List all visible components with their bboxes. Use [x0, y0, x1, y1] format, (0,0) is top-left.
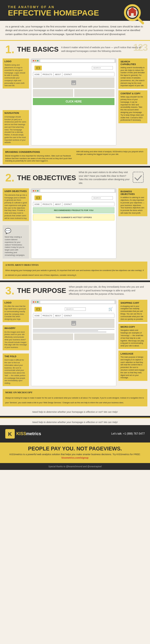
browser-mockup-1: ☀ SEARCH HOME PRODUCTS ABOUT CONTACT — [31, 58, 116, 145]
site-search-mock-3: SEARCH — [65, 307, 86, 311]
search-label: SEARCH — [93, 67, 101, 69]
s3-logo-label-box: LOGO It's often the case that the logo i… — [3, 300, 29, 322]
section3: 3. THE PURPOSE When people visit your si… — [0, 282, 150, 416]
imagery-label-box: IMAGERY Do the images and stock photos u… — [3, 325, 29, 350]
section2-desc: What do you want visitors to do when the… — [76, 171, 132, 185]
browser-content-2: ☀ SEARCH HOME PRODUCTS ABOUT CONTACT REC… — [31, 193, 116, 223]
browser-mockup-2: ☀ SEARCH HOME PRODUCTS ABOUT CONTACT REC… — [31, 188, 116, 259]
fold-title: THE FOLD — [4, 355, 27, 358]
content-box-text: While copy shouldn't be the primary focu… — [121, 96, 144, 121]
nav-contact: CONTACT — [62, 73, 73, 76]
browser-dot-green — [37, 60, 38, 61]
browser-dot3-red — [33, 301, 34, 303]
site-logo-mock-3: ☀ — [34, 307, 42, 312]
header-line2: EFFECTIVE HOMEPAGE — [8, 9, 142, 17]
business-obj-title: BUSINESS OBJECTIVES — [121, 190, 145, 195]
browser-bar-1 — [31, 59, 116, 63]
svg-text:K: K — [8, 431, 12, 437]
microcopy-more-box: MORE ON MICROCOPY Always be looking for … — [3, 389, 147, 406]
site-nav-mock-3: HOME PRODUCTS ABOUT CONTACT — [33, 314, 114, 318]
cart-icon: 🛒 — [108, 307, 113, 311]
cta-button[interactable]: CLICK HERE — [33, 98, 114, 105]
section1-right-labels: SEARCH CAPABILITIES Adding search functi… — [118, 58, 147, 145]
browser-dot-yellow — [35, 60, 36, 61]
kiss-logo: K KISSmetrics — [5, 429, 41, 439]
browser-url-bar-2 — [40, 189, 114, 192]
nav2-home: HOME — [33, 203, 41, 206]
numbers-deco: 123 — [133, 42, 147, 53]
need-help-box: 💬 Need help creating a custom-tailored e… — [3, 225, 29, 258]
recommended-block: RECOMMENDED PRODUCTS FOR YOU — [33, 207, 114, 213]
section1-number: 1. — [5, 44, 14, 55]
section1-desc: It doesn't matter what kind of website y… — [59, 46, 145, 53]
footer-thanks: Special thanks to @keanrichmond and @one… — [0, 463, 150, 470]
section1-content: LOGO Tasteful sizing and placement of a … — [0, 57, 150, 147]
mock-col-right — [74, 89, 114, 97]
site-logo-mock-2: ☀ — [34, 195, 42, 200]
nav2-contact: CONTACT — [62, 203, 73, 206]
text-line-2 — [33, 330, 98, 331]
need-help-s3-text: Need help to determine whether your home… — [32, 411, 118, 413]
nav-home: HOME — [33, 73, 41, 76]
navigation-label-title: NAVIGATION — [4, 112, 27, 115]
footer-cta-link[interactable]: kissmetrics.com/signup — [62, 456, 89, 459]
section3-number: 3. — [5, 285, 14, 296]
svg-text:☀: ☀ — [37, 197, 39, 199]
fold-label-box: THE FOLD Don't make it difficult for the… — [3, 353, 29, 386]
s3-image-block — [33, 319, 114, 328]
note-box-text: When designing your homepage (and your w… — [5, 269, 144, 276]
site-header-mock-1: ☀ SEARCH — [33, 65, 114, 72]
browser-content-1: ☀ SEARCH HOME PRODUCTS ABOUT CONTACT — [31, 63, 116, 108]
section3-desc: When people visit your site, do they imm… — [66, 285, 145, 296]
browser-url-bar-3 — [40, 301, 114, 303]
section2-title: THE OBJECTIVES — [17, 174, 76, 182]
branding-left-text: Brand recognition is less important for … — [5, 155, 72, 162]
fold-text: Don't make it difficult for the user to … — [4, 359, 25, 384]
footer-cta-main: KISSmetrics is a powerful web analytics … — [9, 453, 141, 456]
site-logo-mock: ☀ — [34, 66, 42, 70]
language-box: LANGUAGE The main purpose of design and … — [118, 351, 147, 381]
site-search-mock-2: SEARCH — [92, 196, 113, 200]
header: THE ANATOMY OF AN EFFECTIVE HOMEPAGE — [0, 0, 150, 21]
section1-left-labels: LOGO Tasteful sizing and placement of a … — [3, 58, 29, 145]
footer-thanks-text: Special thanks to @keanrichmond and @one… — [48, 465, 102, 468]
section2-right-labels: BUSINESS OBJECTIVES In addition to cater… — [118, 188, 147, 259]
s3-logo-title: LOGO — [4, 301, 27, 304]
nav-about: ABOUT — [54, 73, 62, 76]
intro-text: As a general rule, your homepage is the … — [5, 25, 145, 36]
search-box-title: SEARCH CAPABILITIES — [121, 60, 145, 66]
browser-dot2-red — [33, 190, 34, 191]
kiss-text: KISSmetrics — [16, 431, 41, 436]
footer-cta-title: PEOPLE PAY YOU. NOT PAGEVIEWS. — [4, 446, 146, 452]
content-box-title: CONTENT & COPY — [121, 92, 145, 95]
metrics-part: metrics — [26, 431, 41, 436]
section3-right-labels: SHOPPING CART A shopping cart in your na… — [118, 300, 147, 386]
branding-banner-left: BRANDING CONSIDERATIONS Brand recognitio… — [5, 150, 74, 162]
check-icon — [132, 171, 145, 185]
section2-content: USER OBJECTIVES The elements that go int… — [0, 187, 150, 260]
footer-help-text: Need help to determine whether your home… — [32, 421, 118, 424]
footer-cta-text: KISSmetrics is a powerful web analytics … — [4, 453, 146, 460]
search-box-text: Adding search functionality to your site… — [121, 67, 145, 87]
site-search-mock: SEARCH — [92, 66, 113, 70]
mock-two-col-3 — [33, 333, 114, 340]
microcopy-box-right: MICRO-COPY Navigation labels and heading… — [118, 324, 147, 349]
search-box: SEARCH CAPABILITIES Adding search functi… — [118, 58, 147, 89]
mock-s3-col-left — [33, 333, 73, 340]
microcopy-title: MICRO-COPY — [121, 326, 145, 328]
search-label-3: SEARCH — [66, 308, 74, 310]
section1: 1. THE BASICS It doesn't matter what kin… — [0, 41, 150, 164]
imagery-title: IMAGERY — [4, 327, 27, 330]
browser-dot2-yellow — [35, 190, 36, 191]
site-nav-mock-1: HOME PRODUCTS ABOUT CONTACT — [33, 72, 114, 76]
svg-text:☀: ☀ — [37, 67, 39, 69]
browser-dot2-green — [37, 190, 38, 191]
text-line-1 — [33, 329, 114, 330]
logo-label-text: Tasteful sizing and placement of a logo … — [4, 64, 25, 86]
user-obj-text: The elements that go into a homepage (an… — [4, 194, 27, 219]
business-obj-box: BUSINESS OBJECTIVES In addition to cater… — [118, 188, 147, 216]
help-icon: 💬 — [5, 227, 27, 235]
text-line-3 — [33, 332, 106, 332]
kissmetrics-icon: K — [5, 429, 15, 439]
browser-bar-3 — [31, 300, 116, 304]
